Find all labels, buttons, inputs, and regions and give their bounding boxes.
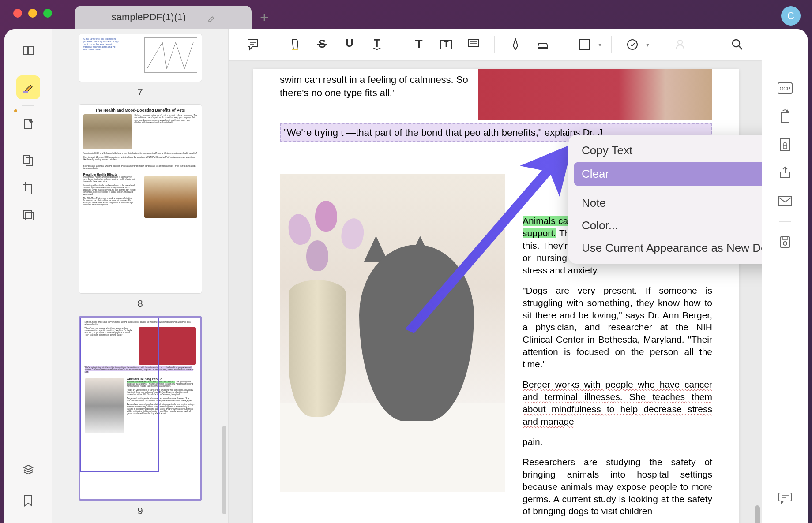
mail-icon[interactable] <box>774 191 796 212</box>
fullscreen-window-button[interactable] <box>43 9 52 18</box>
stamp-tool-icon[interactable] <box>621 34 643 56</box>
svg-point-29 <box>783 242 787 245</box>
svg-point-18 <box>678 40 682 45</box>
user-avatar[interactable]: C <box>781 6 801 26</box>
rail-divider <box>22 142 34 142</box>
active-tool-indicator <box>14 109 17 112</box>
rename-tab-icon[interactable] <box>208 14 215 21</box>
tab-bar: samplePDF(1)(1) + <box>75 4 272 30</box>
svg-text:T: T <box>415 38 422 51</box>
thumbnail-page-9-current[interactable]: NIH is funding large-scale surveys to fi… <box>59 316 221 517</box>
svg-rect-5 <box>292 49 298 50</box>
bookmark-icon[interactable] <box>16 489 40 512</box>
highlight-marker-icon[interactable] <box>284 34 306 56</box>
page-scrollbar[interactable] <box>755 505 760 523</box>
redact-tool-icon[interactable] <box>16 203 40 227</box>
new-tab-button[interactable]: + <box>257 10 272 25</box>
toolbar-separator <box>659 36 659 53</box>
right-tool-rail: OCR <box>762 29 808 523</box>
menu-color[interactable]: Color... <box>574 214 762 237</box>
callout-icon[interactable] <box>462 34 485 56</box>
context-menu: Copy Text ⌘ C Clear Note Color... Use Cu… <box>568 135 762 264</box>
left-tool-rail <box>4 29 52 523</box>
lock-page-icon[interactable] <box>774 134 796 155</box>
viewport-indicator <box>80 318 159 472</box>
text-tool-icon[interactable]: T <box>408 34 430 56</box>
body-text: swim can result in a feeling of calmness… <box>280 69 483 99</box>
annotation-toolbar: S U T T T <box>229 29 762 60</box>
svg-line-20 <box>739 46 742 49</box>
toolbar-separator <box>564 36 564 53</box>
organize-pages-icon[interactable] <box>16 149 40 172</box>
thumbnail-page-8[interactable]: The Health and Mood-Boosting Benefits of… <box>59 104 221 310</box>
minimize-window-button[interactable] <box>28 9 37 18</box>
document-tab[interactable]: samplePDF(1)(1) <box>75 6 252 29</box>
signature-tool-icon[interactable] <box>669 34 691 56</box>
svg-rect-26 <box>783 145 787 149</box>
search-icon[interactable] <box>726 34 748 56</box>
svg-text:T: T <box>444 40 449 49</box>
chevron-down-icon[interactable]: ▾ <box>598 41 601 48</box>
rail-divider <box>779 221 791 222</box>
page-number-label: 8 <box>137 298 143 310</box>
shape-tool-icon[interactable] <box>574 34 596 56</box>
thumbnail-page-7[interactable]: At the same time, the experimentpioneere… <box>59 34 221 98</box>
svg-rect-0 <box>23 91 28 93</box>
menu-use-current-default[interactable]: Use Current Appearance as New Default <box>574 237 762 259</box>
page-number-label: 7 <box>137 86 143 98</box>
toolbar-separator <box>398 36 398 53</box>
rail-divider <box>22 105 34 106</box>
reader-mode-icon[interactable] <box>16 39 40 63</box>
svg-text:T: T <box>374 38 380 49</box>
toolbar-separator <box>611 36 612 53</box>
menu-divider <box>578 189 762 189</box>
svg-point-17 <box>628 40 637 49</box>
note-tool-icon[interactable] <box>242 34 264 56</box>
rotate-page-icon[interactable] <box>774 106 796 127</box>
svg-rect-24 <box>781 112 789 122</box>
eraser-tool-icon[interactable] <box>532 34 554 56</box>
edit-text-tool-icon[interactable] <box>16 112 40 136</box>
ocr-button[interactable]: OCR <box>774 78 796 99</box>
svg-text:OCR: OCR <box>779 86 790 91</box>
crop-tool-icon[interactable] <box>16 176 40 200</box>
svg-point-19 <box>733 40 740 47</box>
thumbnail-scrollbar[interactable] <box>222 426 226 514</box>
svg-rect-15 <box>538 47 548 49</box>
menu-note[interactable]: Note <box>574 192 762 214</box>
toolbar-separator <box>494 36 495 53</box>
toolbar-separator <box>274 36 274 53</box>
svg-rect-3 <box>23 210 31 218</box>
svg-rect-31 <box>779 493 791 501</box>
comments-panel-icon[interactable] <box>774 488 796 509</box>
menu-clear[interactable]: Clear <box>574 162 762 186</box>
menu-copy-text[interactable]: Copy Text ⌘ C <box>574 139 762 162</box>
svg-rect-16 <box>580 40 590 49</box>
svg-text:U: U <box>346 38 353 49</box>
underline-icon[interactable]: U <box>338 34 361 56</box>
svg-rect-4 <box>25 212 33 220</box>
chevron-down-icon[interactable]: ▾ <box>646 41 649 48</box>
cat-image <box>280 174 505 492</box>
rail-divider <box>22 69 34 69</box>
main-window: At the same time, the experimentpioneere… <box>4 29 808 523</box>
close-window-button[interactable] <box>13 9 22 18</box>
page-number-label: 9 <box>137 505 143 517</box>
layers-icon[interactable] <box>16 458 40 482</box>
share-icon[interactable] <box>774 162 796 183</box>
dog-image <box>478 69 712 120</box>
squiggly-underline-icon[interactable]: T <box>366 34 388 56</box>
strikethrough-icon[interactable]: S <box>311 34 333 56</box>
pen-tool-icon[interactable] <box>504 34 526 56</box>
window-traffic-lights <box>13 9 52 18</box>
highlighter-tool-icon[interactable] <box>16 75 40 99</box>
save-icon[interactable] <box>774 232 796 253</box>
tab-title: samplePDF(1)(1) <box>112 11 186 23</box>
svg-rect-27 <box>779 197 791 205</box>
document-viewport: S U T T T <box>229 29 762 523</box>
thumbnails-panel: At the same time, the experimentpioneere… <box>52 29 229 523</box>
text-box-icon[interactable]: T <box>435 34 457 56</box>
